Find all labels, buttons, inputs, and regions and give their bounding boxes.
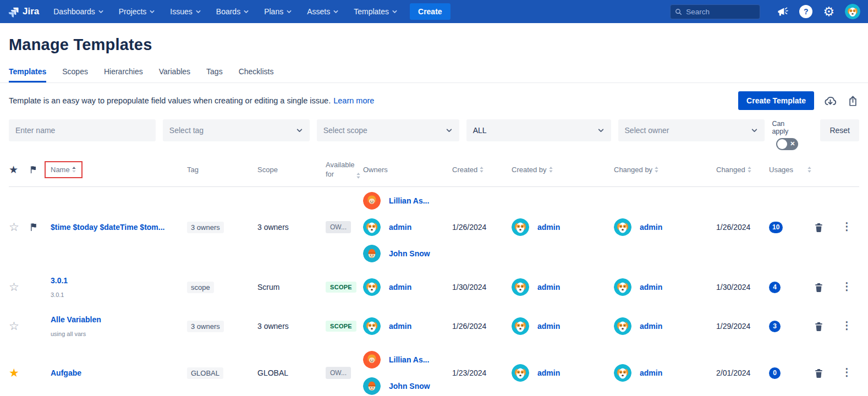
help-icon[interactable]: ? bbox=[799, 5, 812, 18]
trash-icon[interactable] bbox=[813, 367, 842, 379]
user-link[interactable]: admin bbox=[537, 322, 560, 331]
owner-link[interactable]: Lillian As... bbox=[389, 355, 429, 364]
user-link[interactable]: admin bbox=[640, 223, 662, 232]
kebab-menu-icon[interactable]: ⋮ bbox=[842, 320, 852, 331]
can-apply-toggle[interactable]: ✕ bbox=[776, 138, 798, 150]
avatar-dog bbox=[512, 317, 529, 335]
template-name-link[interactable]: Alle Variablen bbox=[51, 315, 187, 324]
nav-item-assets[interactable]: Assets bbox=[307, 7, 339, 16]
nav-item-boards[interactable]: Boards bbox=[216, 7, 249, 16]
trash-icon[interactable] bbox=[813, 321, 842, 332]
name-cell: 3.0.1 3.0.1 bbox=[51, 276, 187, 298]
trash-icon[interactable] bbox=[813, 282, 842, 293]
nav-item-issues[interactable]: Issues bbox=[170, 7, 201, 16]
tab-variables[interactable]: Variables bbox=[159, 67, 190, 82]
name-filter-input[interactable] bbox=[15, 126, 149, 135]
changed-cell: 1/29/2024 bbox=[716, 322, 769, 331]
tab-templates[interactable]: Templates bbox=[9, 67, 46, 82]
name-header-highlight: Name bbox=[45, 161, 83, 178]
header-changed-by[interactable]: Changed by bbox=[614, 166, 716, 174]
nav-item-dashboards[interactable]: Dashboards bbox=[53, 7, 104, 16]
template-name-link[interactable]: Aufgabe bbox=[51, 369, 187, 377]
jira-logo[interactable]: Jira bbox=[8, 6, 39, 18]
owner-filter-select[interactable]: Select owner bbox=[618, 119, 765, 141]
sort-icon bbox=[807, 166, 812, 173]
owner-link[interactable]: John Snow bbox=[389, 382, 430, 391]
name-cell: Alle Variablen using all vars bbox=[51, 315, 187, 337]
header-created[interactable]: Created bbox=[452, 166, 512, 174]
template-name-link[interactable]: 3.0.1 bbox=[51, 276, 187, 285]
owner-link[interactable]: admin bbox=[389, 283, 411, 292]
sort-icon bbox=[654, 166, 659, 173]
nav-item-projects[interactable]: Projects bbox=[119, 7, 156, 16]
toggle-off-icon: ✕ bbox=[790, 140, 795, 147]
create-template-button[interactable]: Create Template bbox=[738, 91, 814, 110]
tag-filter-select[interactable]: Select tag bbox=[163, 119, 310, 141]
tab-checklists[interactable]: Checklists bbox=[239, 67, 274, 82]
avatar-lillian bbox=[363, 192, 381, 210]
user-link[interactable]: admin bbox=[640, 322, 662, 331]
kebab-menu-icon[interactable]: ⋮ bbox=[842, 280, 852, 292]
tag-chip: 3 owners bbox=[187, 321, 224, 332]
menu-cell: ⋮ bbox=[842, 283, 859, 292]
star-toggle[interactable]: ☆ bbox=[9, 221, 29, 234]
gear-icon[interactable]: ⚙ bbox=[823, 6, 834, 18]
usages-badge: 0 bbox=[769, 367, 781, 379]
availability-filter-select[interactable]: ALL bbox=[466, 119, 611, 141]
changed-by-cell: admin bbox=[614, 278, 716, 296]
header-created-by[interactable]: Created by bbox=[512, 166, 614, 174]
table-row: ☆ $time $today $dateTime $tom... 3 owner… bbox=[9, 187, 859, 268]
header-changed[interactable]: Changed bbox=[716, 166, 769, 174]
header-tag: Tag bbox=[187, 166, 257, 174]
header-usages[interactable]: Usages bbox=[769, 166, 813, 174]
nav-item-templates[interactable]: Templates bbox=[354, 7, 398, 16]
user-link[interactable]: admin bbox=[537, 283, 560, 292]
owner-link[interactable]: admin bbox=[389, 223, 411, 232]
reset-button[interactable]: Reset bbox=[820, 119, 859, 141]
star-toggle[interactable]: ☆ bbox=[9, 320, 29, 333]
avatar-john bbox=[363, 245, 381, 262]
owner-link[interactable]: Lillian As... bbox=[389, 196, 429, 205]
owners-cell: Lillian As... John Snow bbox=[363, 346, 452, 396]
star-toggle[interactable]: ☆ bbox=[9, 280, 29, 294]
owner-link[interactable]: John Snow bbox=[389, 249, 430, 258]
user-link[interactable]: admin bbox=[640, 369, 662, 377]
cloud-download-icon[interactable] bbox=[823, 94, 837, 108]
star-toggle[interactable]: ★ bbox=[9, 366, 29, 380]
export-icon[interactable] bbox=[847, 95, 859, 107]
usages-cell: 4 bbox=[769, 282, 813, 293]
user-link[interactable]: admin bbox=[537, 369, 560, 377]
user-avatar[interactable] bbox=[845, 4, 860, 19]
scope-filter-select[interactable]: Select scope bbox=[317, 119, 459, 141]
trash-icon[interactable] bbox=[813, 222, 842, 233]
template-name-link[interactable]: $time $today $dateTime $tom... bbox=[51, 223, 187, 232]
chevron-down-icon bbox=[392, 9, 398, 15]
header-name[interactable]: Name bbox=[51, 161, 187, 178]
tag-chip: scope bbox=[187, 282, 214, 293]
megaphone-icon[interactable] bbox=[776, 6, 789, 18]
menu-cell: ⋮ bbox=[842, 322, 859, 331]
changed-cell: 1/26/2024 bbox=[716, 223, 769, 232]
table-row: ★ Aufgabe GLOBAL GLOBAL OW... Lillian As… bbox=[9, 346, 859, 396]
owners-cell: admin bbox=[363, 312, 452, 340]
tab-hierarchies[interactable]: Hierarchies bbox=[104, 67, 143, 82]
kebab-menu-icon[interactable]: ⋮ bbox=[842, 221, 852, 232]
search-input[interactable] bbox=[686, 8, 755, 16]
owners-cell: Lillian As... admin John Snow bbox=[363, 187, 452, 267]
tab-tags[interactable]: Tags bbox=[206, 67, 223, 82]
owner-link[interactable]: admin bbox=[389, 322, 411, 331]
sort-icon bbox=[356, 172, 361, 179]
user-link[interactable]: admin bbox=[537, 223, 560, 232]
available-for-chip: SCOPE bbox=[326, 321, 356, 332]
available-for-chip: SCOPE bbox=[326, 282, 356, 293]
user-link[interactable]: admin bbox=[640, 283, 662, 292]
tab-scopes[interactable]: Scopes bbox=[62, 67, 88, 82]
scope-cell: 3 owners bbox=[257, 322, 326, 331]
header-available-for[interactable]: Available for bbox=[326, 161, 363, 179]
toggle-knob bbox=[777, 139, 787, 149]
kebab-menu-icon[interactable]: ⋮ bbox=[842, 366, 852, 378]
learn-more-link[interactable]: Learn more bbox=[333, 96, 374, 105]
create-button[interactable]: Create bbox=[410, 3, 451, 20]
nav-item-plans[interactable]: Plans bbox=[264, 7, 292, 16]
global-search[interactable] bbox=[670, 4, 760, 19]
